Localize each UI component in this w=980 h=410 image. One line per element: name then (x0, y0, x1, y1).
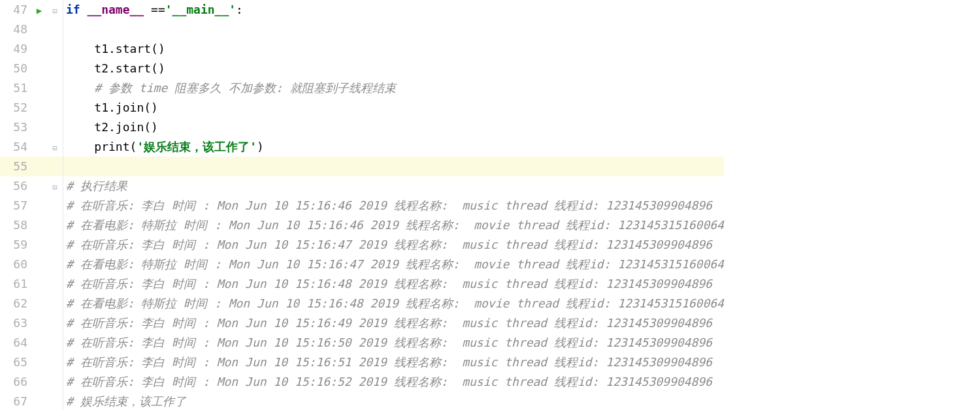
fold-gutter[interactable]: ⊟ (47, 176, 63, 196)
code-token: # 在听音乐: 李白 时间 : Mon Jun 10 15:16:47 2019… (66, 238, 712, 251)
code-line[interactable]: 55 (0, 157, 724, 176)
run-gutter (31, 176, 47, 196)
code-content[interactable]: print('娱乐结束，该工作了') (66, 137, 724, 157)
line-number: 47 (0, 0, 31, 20)
code-content[interactable] (66, 20, 724, 39)
line-number: 58 (0, 215, 31, 235)
code-content[interactable]: # 在听音乐: 李白 时间 : Mon Jun 10 15:16:49 2019… (66, 313, 724, 333)
code-token: # 在听音乐: 李白 时间 : Mon Jun 10 15:16:46 2019… (66, 198, 712, 212)
code-line[interactable]: 52 t1.join() (0, 98, 724, 118)
line-number: 67 (0, 392, 31, 410)
run-gutter (31, 235, 47, 255)
code-token: # 在听音乐: 李白 时间 : Mon Jun 10 15:16:51 2019… (66, 355, 712, 369)
code-line[interactable]: 51 # 参数 time 阻塞多久 不加参数: 就阻塞到子线程结束 (0, 78, 724, 98)
fold-gutter (47, 118, 63, 137)
code-content[interactable]: # 在听音乐: 李白 时间 : Mon Jun 10 15:16:51 2019… (66, 353, 724, 372)
code-content[interactable]: # 在听音乐: 李白 时间 : Mon Jun 10 15:16:50 2019… (66, 333, 724, 353)
code-line[interactable]: 61# 在听音乐: 李白 时间 : Mon Jun 10 15:16:48 20… (0, 274, 724, 294)
line-number: 59 (0, 235, 31, 255)
code-content[interactable]: # 娱乐结束，该工作了 (66, 392, 724, 410)
run-gutter (31, 353, 47, 372)
line-number: 54 (0, 137, 31, 157)
code-content[interactable]: # 在听音乐: 李白 时间 : Mon Jun 10 15:16:47 2019… (66, 235, 724, 255)
code-token: # 在听音乐: 李白 时间 : Mon Jun 10 15:16:52 2019… (66, 375, 712, 388)
code-token: # 在看电影: 特斯拉 时间 : Mon Jun 10 15:16:47 201… (66, 257, 724, 271)
code-token: if (66, 3, 88, 16)
code-line[interactable]: 59# 在听音乐: 李白 时间 : Mon Jun 10 15:16:47 20… (0, 235, 724, 255)
run-gutter (31, 255, 47, 274)
code-content[interactable]: # 在看电影: 特斯拉 时间 : Mon Jun 10 15:16:47 201… (66, 255, 724, 274)
code-token: '__main__' (165, 3, 236, 16)
fold-icon[interactable]: ⊟ (52, 183, 57, 192)
code-line[interactable]: 54⊟ print('娱乐结束，该工作了') (0, 137, 724, 157)
fold-gutter (47, 255, 63, 274)
code-line[interactable]: 48 (0, 20, 724, 39)
code-content[interactable]: # 在看电影: 特斯拉 时间 : Mon Jun 10 15:16:48 201… (66, 294, 724, 313)
fold-gutter (47, 353, 63, 372)
code-content[interactable]: # 在看电影: 特斯拉 时间 : Mon Jun 10 15:16:46 201… (66, 215, 724, 235)
line-number: 62 (0, 294, 31, 313)
code-line[interactable]: 57# 在听音乐: 李白 时间 : Mon Jun 10 15:16:46 20… (0, 196, 724, 215)
code-line[interactable]: 62# 在看电影: 特斯拉 时间 : Mon Jun 10 15:16:48 2… (0, 294, 724, 313)
fold-gutter (47, 78, 63, 98)
run-gutter (31, 274, 47, 294)
fold-gutter (47, 59, 63, 78)
line-number: 61 (0, 274, 31, 294)
code-line[interactable]: 67# 娱乐结束，该工作了 (0, 392, 724, 410)
line-number: 53 (0, 118, 31, 137)
code-token: t2.start() (94, 61, 165, 75)
code-line[interactable]: 50 t2.start() (0, 59, 724, 78)
code-line[interactable]: 60# 在看电影: 特斯拉 时间 : Mon Jun 10 15:16:47 2… (0, 255, 724, 274)
code-token: # 娱乐结束，该工作了 (66, 394, 186, 408)
fold-gutter[interactable]: ⊟ (47, 0, 63, 20)
code-line[interactable]: 66# 在听音乐: 李白 时间 : Mon Jun 10 15:16:52 20… (0, 372, 724, 392)
code-content[interactable]: # 参数 time 阻塞多久 不加参数: 就阻塞到子线程结束 (66, 78, 724, 98)
run-gutter[interactable]: ▶ (31, 0, 47, 20)
code-line[interactable]: 47▶⊟if __name__ =='__main__': (0, 0, 724, 20)
fold-gutter (47, 274, 63, 294)
code-line[interactable]: 63# 在听音乐: 李白 时间 : Mon Jun 10 15:16:49 20… (0, 313, 724, 333)
fold-gutter[interactable]: ⊟ (47, 137, 63, 157)
run-gutter (31, 372, 47, 392)
code-line[interactable]: 53 t2.join() (0, 118, 724, 137)
run-gutter (31, 294, 47, 313)
code-content[interactable]: t1.start() (66, 39, 724, 59)
line-number: 60 (0, 255, 31, 274)
code-token: # 在听音乐: 李白 时间 : Mon Jun 10 15:16:50 2019… (66, 336, 712, 349)
code-content[interactable]: t2.join() (66, 118, 724, 137)
code-token: ( (130, 140, 137, 153)
code-token: '娱乐结束，该工作了' (137, 140, 257, 153)
code-line[interactable]: 56⊟# 执行结果 (0, 176, 724, 196)
code-content[interactable]: t1.join() (66, 98, 724, 118)
fold-gutter (47, 372, 63, 392)
fold-gutter (47, 20, 63, 39)
code-token: t2.join() (94, 120, 158, 134)
code-content[interactable]: t2.start() (66, 59, 724, 78)
code-token: __name__ (88, 3, 144, 16)
code-token: t1.start() (94, 42, 165, 55)
code-content[interactable]: if __name__ =='__main__': (66, 0, 724, 20)
code-content[interactable] (66, 157, 724, 176)
run-gutter (31, 157, 47, 176)
line-number: 55 (0, 157, 31, 176)
code-content[interactable]: # 在听音乐: 李白 时间 : Mon Jun 10 15:16:52 2019… (66, 372, 724, 392)
fold-gutter (47, 235, 63, 255)
fold-icon[interactable]: ⊟ (52, 144, 57, 153)
run-gutter (31, 313, 47, 333)
code-token: print (94, 140, 129, 153)
code-editor[interactable]: 47▶⊟if __name__ =='__main__':4849 t1.sta… (0, 0, 980, 410)
run-gutter (31, 137, 47, 157)
code-line[interactable]: 64# 在听音乐: 李白 时间 : Mon Jun 10 15:16:50 20… (0, 333, 724, 353)
code-content[interactable]: # 在听音乐: 李白 时间 : Mon Jun 10 15:16:46 2019… (66, 196, 724, 215)
code-line[interactable]: 49 t1.start() (0, 39, 724, 59)
code-line[interactable]: 58# 在看电影: 特斯拉 时间 : Mon Jun 10 15:16:46 2… (0, 215, 724, 235)
run-icon[interactable]: ▶ (37, 5, 42, 16)
code-line[interactable]: 65# 在听音乐: 李白 时间 : Mon Jun 10 15:16:51 20… (0, 353, 724, 372)
code-token: == (144, 3, 165, 16)
fold-icon[interactable]: ⊟ (52, 7, 57, 16)
code-token: # 在看电影: 特斯拉 时间 : Mon Jun 10 15:16:48 201… (66, 296, 724, 310)
code-content[interactable]: # 在听音乐: 李白 时间 : Mon Jun 10 15:16:48 2019… (66, 274, 724, 294)
code-content[interactable]: # 执行结果 (66, 176, 724, 196)
run-gutter (31, 98, 47, 118)
code-token: : (236, 3, 243, 16)
